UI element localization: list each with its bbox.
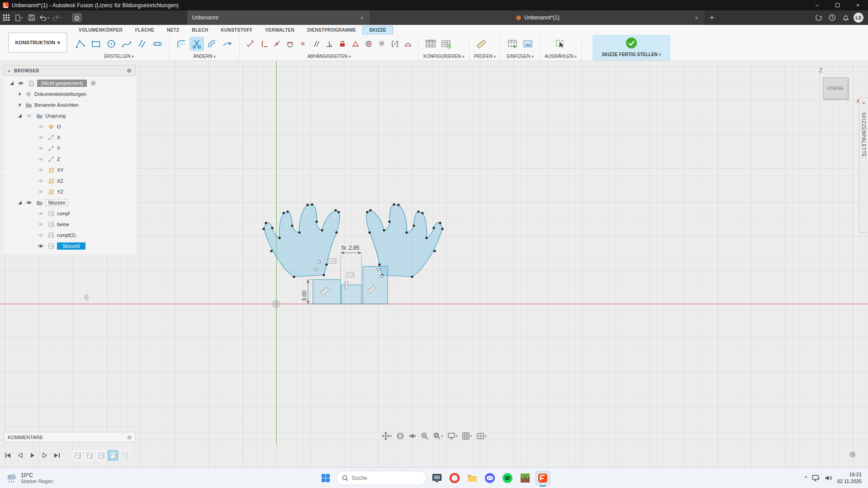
weather-widget[interactable]: 10°C Starker Regen	[0, 472, 53, 484]
panel-options-icon[interactable]: ⊖	[127, 67, 132, 74]
visibility-icon[interactable]	[38, 211, 44, 216]
tab-close-icon[interactable]: ×	[693, 14, 700, 21]
constraint-equal-tool[interactable]: =	[297, 37, 309, 51]
taskbar-app-desktop[interactable]	[430, 471, 444, 485]
look-at-button[interactable]	[408, 432, 416, 440]
tree-folder-ursprung[interactable]: Ursprung	[4, 110, 136, 121]
timeline-step-forward-button[interactable]	[40, 451, 49, 460]
create-two-lines-tool[interactable]	[135, 37, 149, 51]
visibility-icon[interactable]	[26, 114, 32, 118]
constraint-tangent-tool[interactable]	[284, 37, 296, 51]
group-label-erstellen[interactable]: ERSTELLEN ▾	[73, 52, 165, 61]
select-tool[interactable]	[553, 37, 568, 51]
notifications-button[interactable]	[840, 12, 852, 24]
group-label-konfigurieren[interactable]: KONFIGURIEREN ▾	[423, 52, 465, 61]
modify-trim-tool[interactable]	[190, 37, 204, 51]
tree-item-sketch-rumpf[interactable]: rumpf	[4, 208, 136, 219]
visibility-icon[interactable]	[38, 157, 44, 161]
visibility-icon[interactable]	[38, 233, 44, 237]
timeline-feature-sketch[interactable]	[73, 450, 83, 460]
tab-skizze[interactable]: SKIZZE	[362, 26, 393, 34]
timeline-feature-sketch-selected[interactable]	[108, 450, 118, 460]
taskbar-app-fusion[interactable]	[536, 471, 550, 485]
taskbar-app-explorer[interactable]	[465, 471, 479, 485]
tree-item-origin-point[interactable]: O	[4, 121, 136, 132]
group-label-aendern[interactable]: ÄNDERN ▾	[174, 52, 235, 61]
modify-fillet-tool[interactable]	[174, 37, 189, 51]
dimension-fx-text[interactable]: fx: 2.85	[342, 245, 360, 251]
constraint-perpendicular-tool[interactable]	[323, 37, 335, 51]
constraint-curvature-tool[interactable]	[402, 37, 414, 51]
timeline-go-to-start-button[interactable]	[4, 451, 13, 460]
tab-netz[interactable]: NETZ	[161, 26, 185, 34]
visibility-icon[interactable]	[38, 244, 44, 248]
tray-expand-icon[interactable]: ^	[805, 475, 807, 481]
visibility-icon[interactable]	[38, 179, 44, 183]
tree-item-y-axis[interactable]: Y	[4, 143, 136, 154]
user-avatar[interactable]: LS	[854, 13, 863, 23]
expand-panel-icon[interactable]: «	[862, 100, 865, 105]
taskbar-app-browser[interactable]	[447, 471, 462, 485]
tree-item-benannte-ansichten[interactable]: Benannte Ansichten	[4, 99, 136, 110]
tab-unbenannt[interactable]: Unbenannt ×	[187, 10, 370, 25]
tree-item-z-axis[interactable]: Z	[4, 154, 136, 165]
constraint-symmetry-tool[interactable]	[375, 37, 388, 51]
create-rectangle-tool[interactable]	[89, 37, 103, 51]
tab-flaeche[interactable]: FLÄCHE	[129, 26, 161, 34]
viewcube-front-face[interactable]: VORNE	[823, 77, 848, 99]
tab-blech[interactable]: BLECH	[185, 26, 214, 34]
tree-item-sketch-beine[interactable]: beine	[4, 219, 136, 230]
sketch-profile[interactable]	[262, 203, 443, 278]
tab-dienstprogramme[interactable]: DIENSTPROGRAMME	[301, 26, 362, 34]
inspect-measure-tool[interactable]	[474, 37, 489, 51]
network-icon[interactable]	[812, 474, 820, 482]
maximize-button[interactable]	[827, 0, 848, 10]
browser-header[interactable]: « BROWSER ⊖	[4, 65, 136, 76]
configure-feature-table-tool[interactable]	[439, 37, 453, 51]
model-canvas[interactable]: -25	[0, 61, 868, 468]
configure-table-tool[interactable]	[423, 37, 438, 51]
constraint-concentric-tool[interactable]	[362, 37, 375, 51]
insert-canvas-tool[interactable]	[521, 37, 535, 51]
activate-radio-icon[interactable]	[90, 81, 96, 86]
constraint-parallel-tool[interactable]	[310, 37, 322, 51]
taskbar-clock[interactable]: 19:21 02.11.2025	[837, 471, 862, 485]
timeline-feature-sketch[interactable]	[85, 450, 95, 460]
volume-icon[interactable]	[825, 474, 833, 482]
tree-item-xy-plane[interactable]: XY	[4, 165, 136, 175]
visibility-icon[interactable]	[38, 168, 44, 172]
timeline-feature-sketch[interactable]	[96, 450, 106, 460]
constraint-fix-tool[interactable]	[336, 37, 348, 51]
pan-button[interactable]: ▾	[381, 432, 392, 440]
visibility-icon[interactable]	[38, 190, 44, 194]
tab-unbenannt-1[interactable]: Unbenannt*(1) ×	[370, 10, 705, 25]
constraint-collinear-tool[interactable]	[389, 37, 401, 51]
create-line-tool[interactable]	[73, 37, 88, 51]
group-label-einfuegen[interactable]: EINFÜGEN ▾	[505, 52, 535, 61]
minimize-button[interactable]: –	[807, 0, 827, 10]
tree-item-xz-plane[interactable]: XZ	[4, 175, 136, 186]
modify-extend-tool[interactable]	[220, 37, 235, 51]
tree-item-sketch-rumpf2[interactable]: rumpf(2)	[4, 230, 136, 241]
collapse-panel-icon[interactable]: «	[8, 68, 10, 73]
visibility-icon[interactable]	[38, 146, 44, 151]
sync-status-button[interactable]	[813, 12, 825, 24]
start-button[interactable]	[318, 471, 333, 485]
file-menu-button[interactable]: ▾	[13, 10, 25, 25]
viewcube[interactable]: Z VORNE X	[819, 67, 858, 109]
tab-verwalten[interactable]: VERWALTEN	[259, 26, 301, 34]
modify-offset-tool[interactable]	[205, 37, 219, 51]
finish-sketch-button[interactable]: SKIZZE FERTIG STELLEN ▾	[593, 35, 670, 61]
timeline-go-to-end-button[interactable]	[52, 451, 62, 460]
timeline-step-back-button[interactable]	[16, 451, 25, 460]
comments-bar[interactable]: KOMMENTARE ⊖	[4, 432, 136, 442]
taskbar-app-spotify[interactable]	[500, 471, 515, 485]
save-button[interactable]	[25, 10, 38, 25]
origin-point[interactable]	[273, 300, 280, 308]
app-grid-button[interactable]	[0, 10, 13, 25]
visibility-icon[interactable]	[38, 124, 44, 129]
create-slot-tool[interactable]	[150, 37, 165, 51]
constraint-midpoint-tool[interactable]	[349, 37, 361, 51]
new-tab-button[interactable]: +	[705, 10, 719, 25]
group-label-auswaehlen[interactable]: AUSWÄHLEN ▾	[545, 52, 577, 61]
